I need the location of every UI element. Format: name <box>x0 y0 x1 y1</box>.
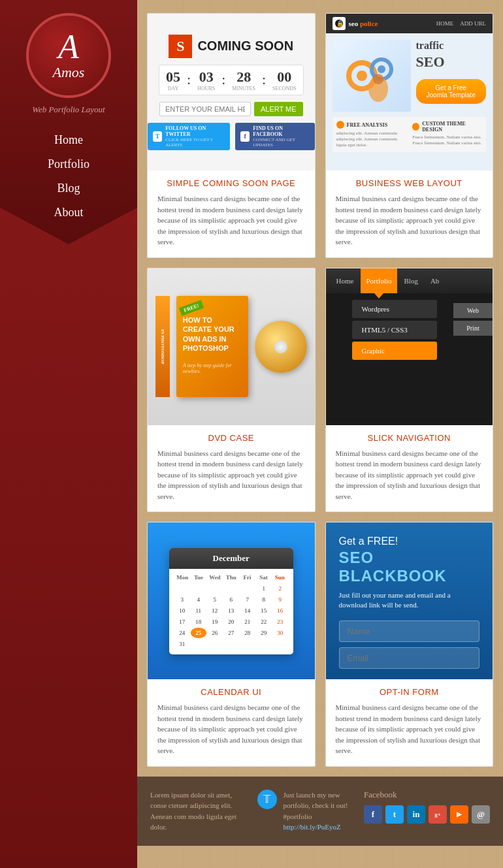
optin-email-input[interactable] <box>339 647 480 669</box>
slick-nav-ab[interactable]: Ab <box>425 268 444 293</box>
card-calendar-title: CALENDAR UI <box>157 687 305 697</box>
email-social-icon[interactable]: @ <box>472 805 490 824</box>
seo-nav-add: ADD URL <box>460 20 486 27</box>
footer-tweet-link[interactable]: http://bit.ly/PuEyoZ <box>284 823 341 831</box>
cal-day-6[interactable]: 6 <box>223 594 239 605</box>
cal-day-31[interactable]: 31 <box>174 639 190 649</box>
cal-day-empty-6 <box>191 639 206 649</box>
card-slick-nav: Home Portfolio Blog Ab Wordpres HTML5 / … <box>325 268 494 513</box>
cs-twitter-button[interactable]: T FOLLOW US ON TWITTER CLICK HERE TO GET… <box>148 123 230 150</box>
cal-day-7[interactable]: 7 <box>240 594 255 605</box>
cs-facebook-button[interactable]: f FIND US ON FACEBOOK CONNECT AND GET UP… <box>235 123 315 150</box>
nav-portfolio[interactable]: Portfolio <box>0 152 137 176</box>
cal-day-12[interactable]: 12 <box>207 605 223 616</box>
sidebar: A Amos Web Portfolio Layout Home Portfol… <box>0 0 137 868</box>
cal-sun: Sun <box>272 574 288 581</box>
calendar-days: 1 2 3 4 5 6 7 8 9 10 11 <box>174 583 288 649</box>
cal-day-25-today[interactable]: 25 <box>191 628 206 638</box>
slick-nav-blog[interactable]: Blog <box>399 268 423 293</box>
slick-dd-graphic[interactable]: Graphic <box>352 342 437 360</box>
seo-analysis-icon <box>336 121 344 129</box>
seo-body: traffic SEO Get a Free Joomla Template F… <box>326 33 493 170</box>
cal-day-16[interactable]: 16 <box>272 605 288 616</box>
twitter-social-icon[interactable]: t <box>385 805 404 824</box>
cal-day-29[interactable]: 29 <box>256 628 272 638</box>
optin-get-label: Get a FREE! <box>339 536 398 547</box>
logo-letter: A <box>58 30 79 64</box>
cs-email-input[interactable] <box>159 102 251 116</box>
seo-theme-title: CUSTOM THEME DESIGN <box>412 121 482 133</box>
cal-day-30[interactable]: 30 <box>272 628 288 638</box>
seo-right-panel: traffic SEO Get a Free Joomla Template <box>416 40 487 112</box>
cal-day-13[interactable]: 13 <box>223 605 239 616</box>
seo-gears-illustration <box>333 40 411 112</box>
cal-day-4[interactable]: 4 <box>191 594 206 605</box>
seo-logo-text: seo police <box>349 20 378 27</box>
cs-countdown: 05 DAY : 03 HOURS : 28 MINUTES <box>159 65 304 95</box>
nav-home[interactable]: Home <box>0 128 137 152</box>
card-slick-nav-body: SLICK NAVIGATION Minimal business card d… <box>326 425 493 512</box>
cal-day-3[interactable]: 3 <box>174 594 190 605</box>
cs-title: COMING SOON <box>197 39 293 54</box>
cs-twitter-label: FOLLOW US ON TWITTER CLICK HERE TO GET 5… <box>165 125 225 148</box>
cal-day-20[interactable]: 20 <box>223 617 239 627</box>
slick-dd-wordpress[interactable]: Wordpres <box>352 300 437 318</box>
nav-about[interactable]: About <box>0 201 137 225</box>
cs-alert-button[interactable]: ALERT ME <box>254 102 303 116</box>
googleplus-social-icon[interactable]: g+ <box>429 805 447 824</box>
calendar-day-names: Mon Tue Wed Thu Fri Sat Sun <box>174 574 288 581</box>
cal-day-5[interactable]: 5 <box>207 594 223 605</box>
card-seo-title: BUSINESS WEB LAYOUT <box>336 178 483 188</box>
dvd-preview-inner: IN PHOTOSHOP FREE! HOW TO CREATE YOUR OW… <box>148 268 315 425</box>
cal-day-24[interactable]: 24 <box>174 628 190 638</box>
cal-day-2[interactable]: 2 <box>272 583 288 594</box>
cal-day-28[interactable]: 28 <box>240 628 255 638</box>
card-coming-soon: S COMING SOON 05 DAY : 03 HOURS : <box>147 13 316 258</box>
card-optin-desc: Minimal business card designs became one… <box>336 702 483 756</box>
cal-day-11[interactable]: 11 <box>191 605 206 616</box>
cal-day-27[interactable]: 27 <box>223 628 239 638</box>
nav-blog[interactable]: Blog <box>0 176 137 201</box>
logo-name: Amos <box>53 64 85 81</box>
cal-day-22[interactable]: 22 <box>256 617 272 627</box>
card-seo-preview: 🔒 seo police HOME ADD URL <box>326 14 493 170</box>
card-dvd: IN PHOTOSHOP FREE! HOW TO CREATE YOUR OW… <box>147 268 316 513</box>
cal-day-21[interactable]: 21 <box>240 617 255 627</box>
card-optin-title: OPT-IN FORM <box>336 687 483 697</box>
portfolio-row-1: S COMING SOON 05 DAY : 03 HOURS : <box>147 13 493 258</box>
cal-day-18[interactable]: 18 <box>191 617 206 627</box>
seo-free-template-button[interactable]: Get a Free Joomla Template <box>416 79 487 104</box>
optin-name-input[interactable] <box>339 620 480 642</box>
slick-nav-home[interactable]: Home <box>331 268 359 293</box>
slick-nav-preview-inner: Home Portfolio Blog Ab Wordpres HTML5 / … <box>326 268 493 425</box>
sidebar-header: A Amos Web Portfolio Layout Home Portfol… <box>0 0 137 244</box>
seo-analysis-col: FREE ANALYSIS adipiscing elit. Aenean co… <box>336 121 406 148</box>
seo-nav-home: HOME <box>436 20 454 27</box>
cal-day-17[interactable]: 17 <box>174 617 190 627</box>
cal-day-10[interactable]: 10 <box>174 605 190 616</box>
cal-day-14[interactable]: 14 <box>240 605 255 616</box>
slick-nav-portfolio[interactable]: Portfolio <box>361 268 397 293</box>
cal-day-8[interactable]: 8 <box>256 594 272 605</box>
cs-social-row: T FOLLOW US ON TWITTER CLICK HERE TO GET… <box>148 123 315 150</box>
card-seo-desc: Minimal business card designs became one… <box>336 193 483 248</box>
cal-day-23[interactable]: 23 <box>272 617 288 627</box>
calendar-grid: Mon Tue Wed Thu Fri Sat Sun <box>169 569 293 654</box>
slick-dd-html5[interactable]: HTML5 / CSS3 <box>352 321 437 339</box>
seo-main-area: traffic SEO Get a Free Joomla Template <box>333 40 487 112</box>
cal-day-15[interactable]: 15 <box>256 605 272 616</box>
cal-day-26[interactable]: 26 <box>207 628 223 638</box>
seo-nav: HOME ADD URL <box>436 20 486 27</box>
slick-side-web[interactable]: Web <box>453 303 493 318</box>
linkedin-social-icon[interactable]: in <box>407 805 425 824</box>
card-calendar: December Mon Tue Wed Thu Fri Sat Sun <box>147 522 316 767</box>
cal-day-9[interactable]: 9 <box>272 594 288 605</box>
cal-day-19[interactable]: 19 <box>207 617 223 627</box>
slick-side-print[interactable]: Print <box>453 321 493 336</box>
cal-day-1[interactable]: 1 <box>256 583 272 594</box>
calendar-widget: December Mon Tue Wed Thu Fri Sat Sun <box>169 548 293 654</box>
seo-logo-icon: 🔒 <box>333 17 346 30</box>
card-coming-soon-preview: S COMING SOON 05 DAY : 03 HOURS : <box>148 14 315 170</box>
rss-social-icon[interactable]: ▶ <box>450 805 468 824</box>
facebook-social-icon[interactable]: f <box>364 805 382 824</box>
